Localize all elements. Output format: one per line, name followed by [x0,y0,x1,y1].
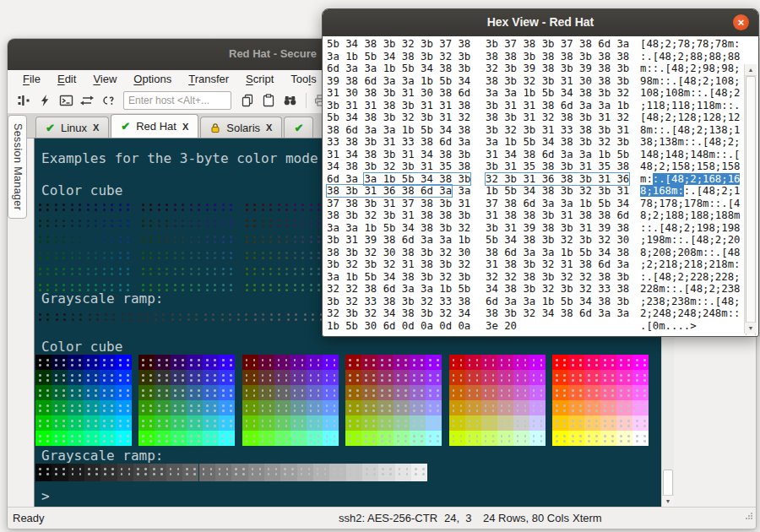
hex-row[interactable]: 37 38 3b 31 37 38 3b 3137 38 6d 3a 3a 1b… [323,198,744,210]
resize-grip[interactable] [745,512,753,520]
menu-file[interactable]: File [14,71,49,87]
hex-row[interactable]: 6d 3a 3a 1b 5b 34 38 3b32 3b 31 36 38 3b… [323,173,744,186]
hex-ascii: :.[48;2;228;228; [640,271,740,284]
tab-red-hat[interactable]: ✔Red HatX [111,114,198,138]
hex-ascii: .[0m....> [640,320,697,333]
hex-row[interactable]: 38 6d 3a 3a 1b 5b 34 383b 32 3b 31 33 38… [323,124,744,137]
hex-row[interactable]: 3a 3a 1b 5b 34 38 3b 323b 31 39 38 3b 31… [323,222,744,235]
bright-cube-cell [497,431,513,446]
hex-bytes-group1: 32 3b 32 34 38 3b 32 34 [327,307,470,320]
dim-cube-cell [294,268,296,270]
bright-cube-cell [497,385,513,400]
hex-row[interactable]: 38 3b 31 36 38 6d 3a 3a1b 5b 34 38 3b 32… [323,185,744,198]
terminal-scroll-down-icon[interactable]: ▼ [662,495,674,507]
dim-cube-cell [103,204,106,206]
dim-cube-cell [158,284,160,286]
tab-hidden[interactable]: ✔ [284,117,313,138]
hex-scroll-up-icon[interactable]: ▲ [745,64,757,76]
hex-bytes-group1: 32 32 38 6d 3a 3a 1b 5b [327,283,470,296]
tab-linux[interactable]: ✔LinuxX [35,117,109,138]
bright-cube-cell [529,431,546,446]
menu-tools[interactable]: Tools [282,71,324,87]
hex-row[interactable]: 3b 31 39 38 6d 3a 3a 1b5b 34 38 3b 32 3b… [323,234,744,247]
hex-ascii: [48;2;78;78;78m: [640,38,740,51]
hex-bytes-group2: 3b 37 38 3b 37 38 6d 3a [486,38,629,51]
menu-edit[interactable]: Edit [49,71,84,87]
hex-row[interactable]: 33 38 3b 31 33 38 6d 3a3a 1b 5b 34 38 3b… [323,136,744,149]
bright-cube-cell [465,355,481,370]
dim-cube-cell [246,204,248,206]
find-icon[interactable] [280,91,299,110]
session-manager-toggle-icon[interactable] [14,91,33,110]
hex-titlebar[interactable]: Hex View - Red Hat × [323,9,758,36]
menu-view[interactable]: View [84,71,125,87]
hex-bytes-group1: 33 38 3b 31 33 38 6d 3a [327,136,470,149]
hex-row[interactable]: 5b 34 38 3b 32 3b 37 383b 37 38 3b 37 38… [323,38,744,51]
bright-cube-cell [138,385,155,400]
dim-cube-cell [39,236,41,238]
hex-row[interactable]: 31 34 38 3b 31 34 38 3b31 34 38 6d 3a 3a… [323,149,744,161]
hex-scroll-down-icon[interactable]: ▼ [745,322,757,334]
hex-bytes-group1: 38 6d 3a 3a 1b 5b 34 38 [327,124,470,137]
hex-scrollbar[interactable]: ▲ ▼ [744,64,757,334]
hex-row[interactable]: 39 38 6d 3a 3a 1b 5b 3438 3b 32 3b 31 30… [323,75,744,88]
hex-row[interactable]: 34 38 3b 32 3b 31 35 383b 31 35 38 3b 31… [323,160,744,173]
grayscale-bar-cell [35,464,52,481]
lock-icon [210,122,220,133]
hex-row[interactable]: 6d 3a 3a 1b 5b 34 38 3b32 3b 39 38 3b 39… [323,62,744,75]
dim-cube-cell [71,252,73,254]
hex-row[interactable]: 38 3b 32 30 38 3b 32 3038 6d 3a 3a 1b 5b… [323,247,744,259]
dim-cube-cell [206,220,209,222]
quick-connect-icon[interactable] [35,91,54,110]
hex-bytes-group2: 32 32 38 3b 32 32 38 3b [486,271,629,284]
hex-row[interactable]: 31 30 38 3b 31 30 38 6d3a 3a 1b 5b 34 38… [323,87,744,100]
tab-close-icon[interactable]: X [182,122,188,132]
hex-row[interactable]: 38 3b 32 3b 31 38 38 3b31 38 38 3b 31 38… [323,209,744,222]
disconnect-icon[interactable] [99,91,117,110]
hex-row[interactable]: 32 32 38 6d 3a 3a 1b 5b34 38 3b 32 3b 32… [323,283,744,296]
hex-row[interactable]: 1b 5b 30 6d 0d 0a 0d 0a3e 20.[0m....> [323,320,744,333]
hex-bytes-group1: 1b 5b 30 6d 0d 0a 0d 0a [327,320,470,333]
menu-options[interactable]: Options [125,71,180,87]
bright-cube-cell [323,431,339,446]
tab-close-icon[interactable]: X [93,122,99,133]
hex-row[interactable]: 5b 34 38 3b 32 3b 31 3238 3b 31 32 38 3b… [323,111,744,124]
menu-transfer[interactable]: Transfer [180,71,237,87]
dim-cube-cell [87,204,90,206]
hex-row[interactable]: 3b 32 3b 32 31 38 3b 3231 38 3b 32 31 38… [323,258,744,271]
bright-cube-cell [481,370,497,385]
hex-row[interactable]: 3a 1b 5b 34 38 3b 32 3b32 32 38 3b 32 32… [323,271,744,284]
bright-cube-cell [568,415,584,431]
bright-cube-cell [100,385,116,400]
bright-cube-cell [584,355,600,370]
bright-cube-cell [513,400,529,415]
close-icon[interactable]: × [733,14,749,30]
copy-icon[interactable] [238,91,257,110]
session-manager-side-tab[interactable]: Session Manager [8,115,27,219]
bright-cube-cell [155,400,171,415]
bright-cube-cell [68,370,84,385]
color-cube-label-dim: Color cube [41,182,122,198]
dim-cube-cell [39,268,41,270]
bright-cube-cell [345,370,361,385]
grayscale-bar-cell [100,464,117,481]
hex-bytes-group2: 3a 3a 1b 5b 34 38 3b 32 [486,87,629,100]
hex-row[interactable]: 3b 32 33 38 3b 32 33 386d 3a 3a 1b 5b 34… [323,296,744,308]
dim-cube-cell [294,220,296,222]
hex-row[interactable]: 3b 31 31 38 3b 31 31 383b 31 31 38 6d 3a… [323,100,744,112]
hex-row[interactable]: 3a 1b 5b 34 38 3b 32 3b38 38 3b 38 38 3b… [323,51,744,63]
hex-row[interactable]: 32 3b 32 34 38 3b 32 3438 3b 32 34 38 6d… [323,307,744,320]
reconnect-icon[interactable] [78,91,96,110]
tab-solaris[interactable]: SolarisX [200,117,282,138]
menu-script[interactable]: Script [237,71,282,87]
hex-scrollbar-thumb[interactable] [746,76,756,335]
terminal-scrollbar-thumb[interactable] [663,470,673,498]
dim-cube-cell [310,268,312,270]
host-input[interactable] [123,91,231,110]
dim-cube-cell [278,252,280,254]
tab-close-icon[interactable]: X [266,122,272,133]
paste-icon[interactable] [259,91,278,110]
bright-cube-cell [187,385,203,400]
local-terminal-icon[interactable] [57,91,75,110]
dim-cube-cell [246,252,248,254]
